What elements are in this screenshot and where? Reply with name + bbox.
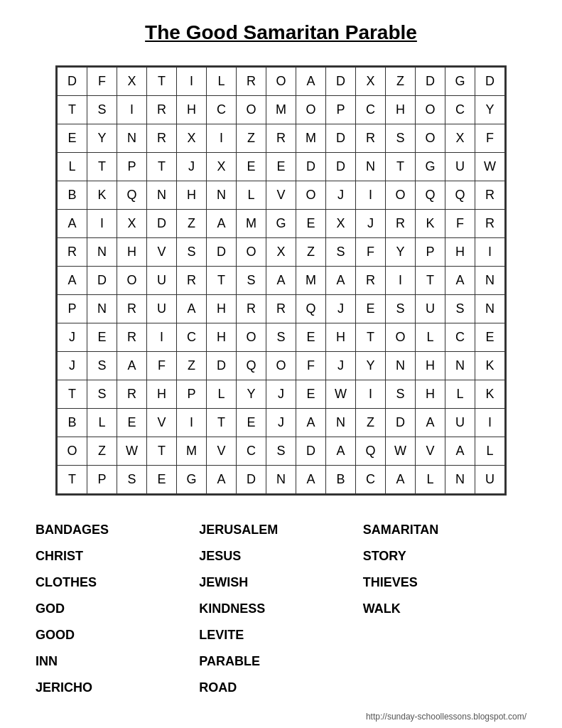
grid-cell: O — [266, 352, 296, 380]
grid-cell: A — [386, 466, 416, 494]
page: The Good Samaritan Parable DFXTILROADXZD… — [0, 0, 562, 728]
word-item: SAMARITAN — [363, 517, 526, 543]
grid-cell: H — [177, 181, 207, 210]
grid-cell: J — [356, 210, 386, 238]
grid-cell: P — [58, 295, 87, 323]
grid-cell: R — [356, 124, 386, 153]
grid-cell: E — [475, 323, 505, 352]
grid-cell: O — [296, 96, 326, 124]
grid-cell: F — [147, 352, 177, 380]
word-item: INN — [36, 648, 199, 675]
grid-cell: R — [117, 295, 147, 323]
grid-cell: Z — [177, 352, 207, 380]
grid-cell: Z — [386, 68, 416, 96]
grid-cell: P — [416, 238, 445, 267]
grid-cell: A — [326, 437, 356, 466]
grid-cell: R — [356, 267, 386, 295]
grid-cell: E — [237, 153, 266, 181]
grid-cell: E — [296, 323, 326, 352]
grid-cell: T — [416, 267, 445, 295]
grid-cell: D — [296, 437, 326, 466]
grid-cell: D — [237, 466, 266, 494]
grid-cell: O — [237, 323, 266, 352]
grid-cell: H — [386, 96, 416, 124]
grid-cell: R — [475, 210, 505, 238]
grid-cell: R — [237, 295, 266, 323]
grid-cell: A — [296, 409, 326, 437]
grid-cell: X — [266, 238, 296, 267]
grid-cell: T — [58, 466, 87, 494]
grid-cell: Z — [87, 437, 117, 466]
grid-cell: D — [326, 68, 356, 96]
grid-cell: D — [416, 68, 445, 96]
grid-cell: R — [237, 68, 266, 96]
grid-cell: L — [237, 181, 266, 210]
grid-cell: I — [147, 323, 177, 352]
grid-cell: H — [207, 323, 237, 352]
grid-cell: I — [356, 380, 386, 409]
grid-cell: V — [416, 437, 445, 466]
word-item: JERUSALEM — [199, 517, 362, 543]
grid-cell: T — [207, 267, 237, 295]
grid-cell: Z — [177, 210, 207, 238]
grid-cell: U — [445, 153, 475, 181]
grid-cell: L — [58, 153, 87, 181]
word-item: THIEVES — [363, 569, 526, 596]
grid-cell: X — [117, 68, 147, 96]
grid-cell: W — [475, 153, 505, 181]
grid-cell: S — [117, 466, 147, 494]
grid-cell: C — [177, 323, 207, 352]
word-item: ROAD — [199, 675, 362, 701]
grid-cell: X — [326, 210, 356, 238]
grid-cell: I — [356, 181, 386, 210]
word-item: PARABLE — [199, 648, 362, 675]
grid-cell: A — [117, 352, 147, 380]
grid-cell: T — [147, 437, 177, 466]
grid-cell: U — [147, 267, 177, 295]
grid-cell: R — [58, 238, 87, 267]
grid-cell: G — [416, 153, 445, 181]
grid-cell: V — [147, 238, 177, 267]
grid-cell: Q — [416, 181, 445, 210]
grid-cell: S — [87, 352, 117, 380]
grid-cell: Y — [87, 124, 117, 153]
grid-cell: J — [58, 352, 87, 380]
grid-cell: S — [87, 96, 117, 124]
grid-cell: J — [266, 409, 296, 437]
grid-cell: S — [386, 295, 416, 323]
word-col-2: JERUSALEMJESUSJEWISHKINDNESSLEVITEPARABL… — [199, 517, 362, 701]
grid-cell: N — [87, 238, 117, 267]
grid-cell: Z — [356, 409, 386, 437]
grid-cell: X — [445, 124, 475, 153]
grid-cell: U — [416, 295, 445, 323]
grid-cell: X — [207, 153, 237, 181]
grid-cell: C — [445, 96, 475, 124]
grid-cell: I — [475, 409, 505, 437]
word-item: JESUS — [199, 543, 362, 569]
grid-cell: N — [445, 466, 475, 494]
grid-cell: H — [177, 96, 207, 124]
grid-cell: C — [356, 466, 386, 494]
grid-cell: I — [177, 409, 207, 437]
word-item: WALK — [363, 596, 526, 622]
grid-cell: D — [207, 238, 237, 267]
grid-cell: D — [207, 352, 237, 380]
word-item: JERICHO — [36, 675, 199, 701]
grid-cell: Y — [356, 352, 386, 380]
grid-cell: O — [117, 267, 147, 295]
grid-cell: F — [475, 124, 505, 153]
grid-cell: D — [326, 153, 356, 181]
grid-cell: S — [386, 124, 416, 153]
grid-cell: D — [296, 153, 326, 181]
grid-cell: M — [177, 437, 207, 466]
grid-cell: T — [147, 153, 177, 181]
grid-cell: M — [266, 96, 296, 124]
grid-cell: F — [296, 352, 326, 380]
grid-cell: K — [475, 352, 505, 380]
grid-cell: U — [147, 295, 177, 323]
grid-cell: F — [356, 238, 386, 267]
grid-cell: T — [87, 153, 117, 181]
grid-cell: N — [207, 181, 237, 210]
grid-cell: J — [177, 153, 207, 181]
grid-cell: P — [87, 466, 117, 494]
